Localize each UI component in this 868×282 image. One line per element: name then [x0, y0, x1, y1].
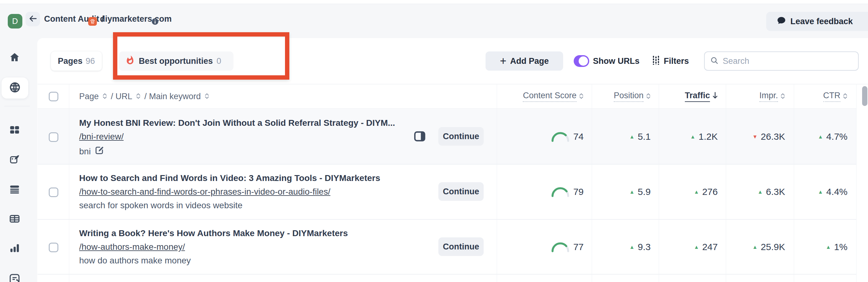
- leave-feedback-button[interactable]: Leave feedback: [766, 12, 868, 31]
- impressions-header-label: Impr.: [760, 91, 778, 102]
- content-score-value: 74: [574, 131, 584, 142]
- page-url-link[interactable]: /how-to-search-and-find-words-or-phrases…: [79, 187, 330, 197]
- impressions-cell: 25.9K: [752, 240, 785, 254]
- sort-icon: [646, 92, 651, 101]
- vertical-scrollbar-thumb[interactable]: [862, 86, 867, 106]
- score-gauge: [551, 241, 570, 253]
- row-checkbox-wrap: [49, 132, 58, 142]
- ctr-cell: 1%: [826, 240, 847, 254]
- sidebar-item-dashboard[interactable]: [0, 124, 29, 137]
- sidebar-item-analytics[interactable]: [0, 242, 29, 255]
- content-score-value: 77: [574, 242, 584, 252]
- impressions-value: 26.3K: [761, 131, 785, 142]
- traffic-cell: 247: [694, 240, 718, 254]
- ctr-value: 4.4%: [827, 186, 847, 197]
- content-score-cell: 79: [551, 185, 584, 199]
- ctr-value: 1%: [834, 242, 847, 252]
- sort-icon: [843, 92, 847, 101]
- sidebar-item-reaudit[interactable]: [0, 273, 29, 282]
- page-url-link[interactable]: /how-authors-make-money/: [79, 242, 185, 252]
- sliders-icon: [651, 56, 661, 67]
- ctr-header-label: CTR: [823, 91, 841, 102]
- position-value: 9.3: [638, 242, 651, 252]
- content-score-cell: 74: [551, 130, 584, 143]
- sidebar-item-list[interactable]: [0, 183, 29, 196]
- main-keyword[interactable]: search for spoken words in videos websit…: [79, 201, 243, 210]
- tab-pages[interactable]: Pages 96: [51, 51, 102, 71]
- project-domain[interactable]: diymarketers.com: [100, 12, 172, 26]
- column-border: [794, 84, 794, 282]
- page-title-link[interactable]: How to Search and Find Words in Video: 3…: [79, 173, 380, 183]
- filters-label: Filters: [664, 57, 689, 66]
- top-strip: [0, 0, 868, 4]
- row-checkbox[interactable]: [49, 132, 58, 142]
- column-border: [497, 84, 497, 282]
- continue-button[interactable]: Continue: [438, 182, 484, 201]
- show-urls-toggle[interactable]: [574, 55, 589, 67]
- show-urls-label: Show URLs: [593, 51, 640, 71]
- row-separator: [37, 274, 856, 275]
- search-box[interactable]: [704, 51, 859, 71]
- leave-feedback-label: Leave feedback: [790, 17, 853, 26]
- trend-icon: [690, 134, 696, 139]
- open-side-panel-icon[interactable]: [413, 130, 426, 143]
- column-border: [659, 84, 659, 282]
- ctr-column-header[interactable]: CTR: [823, 84, 848, 109]
- avatar[interactable]: D: [8, 14, 22, 29]
- traffic-column-header[interactable]: Traffic: [685, 84, 718, 109]
- select-all-checkbox[interactable]: [49, 92, 58, 101]
- page-header-label: Page: [79, 92, 99, 101]
- trend-icon: [752, 245, 758, 250]
- page-url-link[interactable]: /bni-review/: [79, 132, 124, 142]
- add-page-button[interactable]: Add Page: [486, 51, 563, 71]
- continue-button[interactable]: Continue: [438, 127, 484, 146]
- search-icon: [710, 57, 718, 66]
- arrow-left-icon: [29, 14, 37, 24]
- position-cell: 5.1: [629, 130, 651, 143]
- sidebar-item-home[interactable]: [0, 52, 29, 64]
- row-checkbox-wrap: [49, 243, 58, 252]
- select-all-checkbox-wrap: [49, 92, 58, 101]
- continue-button[interactable]: Continue: [438, 237, 484, 256]
- page-title-link[interactable]: My Honest BNI Review: Don't Join Without…: [79, 118, 395, 128]
- ctr-value: 4.7%: [827, 131, 847, 142]
- sidebar-item-table[interactable]: [0, 213, 29, 225]
- filters-button[interactable]: Filters: [651, 51, 689, 71]
- search-input[interactable]: [722, 56, 852, 66]
- tab-pages-count: 96: [86, 57, 95, 66]
- back-button[interactable]: [26, 12, 40, 26]
- main-keyword-text: bni: [79, 147, 91, 156]
- row-separator: [37, 219, 856, 220]
- traffic-value: 247: [702, 242, 718, 252]
- page-title-link[interactable]: Writing a Book? Here's How Authors Make …: [79, 228, 348, 238]
- keyword-header-label: / Main keyword: [144, 92, 201, 101]
- column-border: [856, 84, 857, 282]
- column-border: [726, 84, 726, 282]
- info-icon[interactable]: [152, 18, 158, 25]
- edit-keyword-icon[interactable]: [94, 145, 104, 157]
- sort-icon: [136, 92, 141, 101]
- traffic-header-label: Traffic: [685, 91, 710, 102]
- row-checkbox[interactable]: [49, 187, 58, 197]
- traffic-cell: 276: [694, 185, 718, 199]
- main-keyword[interactable]: how do authors make money: [79, 256, 191, 266]
- sidebar-item-projects-active[interactable]: [2, 77, 28, 99]
- position-cell: 9.3: [629, 240, 651, 254]
- position-value: 5.9: [638, 186, 651, 197]
- impressions-cell: 26.3K: [752, 130, 785, 143]
- content-score-column-header[interactable]: Content Score: [523, 84, 584, 109]
- sidebar-item-content-editor[interactable]: [0, 154, 29, 166]
- trend-icon: [629, 245, 635, 250]
- main-keyword[interactable]: bni: [79, 145, 104, 157]
- page-column-header[interactable]: Page / URL / Main keyword: [79, 84, 209, 109]
- column-border: [592, 84, 592, 282]
- position-cell: 5.9: [629, 185, 651, 199]
- sort-icon: [780, 92, 785, 101]
- score-gauge: [551, 131, 570, 142]
- toggle-knob: [579, 57, 588, 66]
- position-column-header[interactable]: Position: [614, 84, 651, 109]
- annotation-highlight-rectangle: [113, 32, 289, 80]
- impressions-value: 25.9K: [761, 242, 785, 252]
- row-checkbox[interactable]: [49, 243, 58, 252]
- impressions-column-header[interactable]: Impr.: [760, 84, 785, 109]
